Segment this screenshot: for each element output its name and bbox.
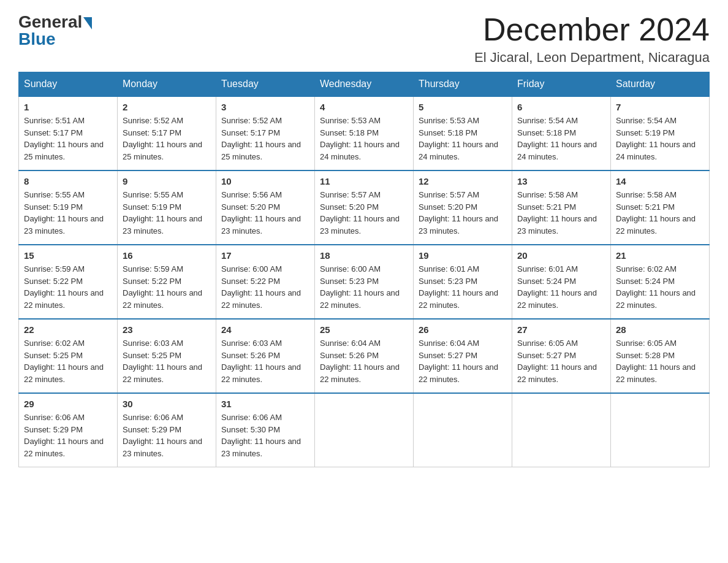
day-number: 2 [123,102,211,112]
calendar-header-saturday: Saturday [611,72,710,97]
day-info: Sunrise: 6:00 AMSunset: 5:23 PMDaylight:… [320,263,408,311]
day-info: Sunrise: 6:01 AMSunset: 5:24 PMDaylight:… [517,263,605,311]
day-number: 9 [123,176,211,186]
day-info: Sunrise: 5:53 AMSunset: 5:18 PMDaylight:… [320,115,408,163]
day-number: 27 [517,324,605,335]
calendar-cell: 7Sunrise: 5:54 AMSunset: 5:19 PMDaylight… [611,96,710,170]
day-number: 1 [24,102,112,112]
day-info: Sunrise: 6:05 AMSunset: 5:27 PMDaylight:… [517,337,605,385]
calendar-header-monday: Monday [118,72,216,97]
calendar-week-row: 22Sunrise: 6:02 AMSunset: 5:25 PMDayligh… [19,319,710,393]
day-info: Sunrise: 6:06 AMSunset: 5:30 PMDaylight:… [221,412,309,459]
day-number: 26 [419,324,507,335]
calendar-cell: 1Sunrise: 5:51 AMSunset: 5:17 PMDaylight… [19,96,118,170]
day-number: 6 [517,102,605,112]
logo: General Blue [18,12,93,49]
calendar-cell: 22Sunrise: 6:02 AMSunset: 5:25 PMDayligh… [19,319,118,393]
calendar-cell: 26Sunrise: 6:04 AMSunset: 5:27 PMDayligh… [414,319,512,393]
day-info: Sunrise: 6:02 AMSunset: 5:24 PMDaylight:… [616,263,704,311]
calendar-cell: 2Sunrise: 5:52 AMSunset: 5:17 PMDaylight… [118,96,216,170]
day-info: Sunrise: 5:52 AMSunset: 5:17 PMDaylight:… [123,115,211,163]
calendar-cell: 12Sunrise: 5:57 AMSunset: 5:20 PMDayligh… [414,170,512,245]
day-number: 4 [320,102,408,112]
calendar-cell: 23Sunrise: 6:03 AMSunset: 5:25 PMDayligh… [118,319,216,393]
calendar-week-row: 8Sunrise: 5:55 AMSunset: 5:19 PMDaylight… [19,170,710,245]
location-subtitle: El Jicaral, Leon Department, Nicaragua [474,50,710,66]
calendar-cell: 8Sunrise: 5:55 AMSunset: 5:19 PMDaylight… [19,170,118,245]
day-number: 12 [419,176,507,186]
day-info: Sunrise: 5:58 AMSunset: 5:21 PMDaylight:… [616,189,704,237]
day-info: Sunrise: 5:53 AMSunset: 5:18 PMDaylight:… [419,115,507,163]
day-info: Sunrise: 5:52 AMSunset: 5:17 PMDaylight:… [221,115,309,163]
day-info: Sunrise: 5:55 AMSunset: 5:19 PMDaylight:… [123,189,211,237]
calendar-cell: 18Sunrise: 6:00 AMSunset: 5:23 PMDayligh… [315,245,414,319]
day-number: 10 [221,176,309,186]
calendar-cell: 29Sunrise: 6:06 AMSunset: 5:29 PMDayligh… [19,393,118,467]
day-info: Sunrise: 6:01 AMSunset: 5:23 PMDaylight:… [419,263,507,311]
calendar-cell: 15Sunrise: 5:59 AMSunset: 5:22 PMDayligh… [19,245,118,319]
calendar-cell: 24Sunrise: 6:03 AMSunset: 5:26 PMDayligh… [216,319,315,393]
month-title: December 2024 [474,12,710,47]
day-number: 23 [123,324,211,335]
day-info: Sunrise: 6:00 AMSunset: 5:22 PMDaylight:… [221,263,309,311]
day-number: 17 [221,250,309,261]
day-number: 16 [123,250,211,261]
day-number: 31 [221,399,309,409]
calendar-header-tuesday: Tuesday [216,72,315,97]
day-info: Sunrise: 5:51 AMSunset: 5:17 PMDaylight:… [24,115,112,163]
day-info: Sunrise: 6:02 AMSunset: 5:25 PMDaylight:… [24,337,112,385]
calendar-cell: 9Sunrise: 5:55 AMSunset: 5:19 PMDaylight… [118,170,216,245]
calendar-cell: 5Sunrise: 5:53 AMSunset: 5:18 PMDaylight… [414,96,512,170]
day-number: 22 [24,324,112,335]
day-number: 15 [24,250,112,261]
day-info: Sunrise: 6:03 AMSunset: 5:26 PMDaylight:… [221,337,309,385]
page-header: General Blue December 2024 El Jicaral, L… [18,12,710,66]
calendar-header-friday: Friday [512,72,611,97]
day-info: Sunrise: 6:04 AMSunset: 5:27 PMDaylight:… [419,337,507,385]
calendar-cell: 11Sunrise: 5:57 AMSunset: 5:20 PMDayligh… [315,170,414,245]
day-info: Sunrise: 5:54 AMSunset: 5:18 PMDaylight:… [517,115,605,163]
calendar-cell: 28Sunrise: 6:05 AMSunset: 5:28 PMDayligh… [611,319,710,393]
day-info: Sunrise: 5:57 AMSunset: 5:20 PMDaylight:… [419,189,507,237]
header-right: December 2024 El Jicaral, Leon Departmen… [474,12,710,66]
calendar-cell: 19Sunrise: 6:01 AMSunset: 5:23 PMDayligh… [414,245,512,319]
calendar-cell: 13Sunrise: 5:58 AMSunset: 5:21 PMDayligh… [512,170,611,245]
day-number: 8 [24,176,112,186]
calendar-cell: 10Sunrise: 5:56 AMSunset: 5:20 PMDayligh… [216,170,315,245]
day-info: Sunrise: 6:05 AMSunset: 5:28 PMDaylight:… [616,337,704,385]
calendar-cell: 4Sunrise: 5:53 AMSunset: 5:18 PMDaylight… [315,96,414,170]
day-number: 5 [419,102,507,112]
calendar-cell [512,393,611,467]
day-info: Sunrise: 5:58 AMSunset: 5:21 PMDaylight:… [517,189,605,237]
calendar-cell: 6Sunrise: 5:54 AMSunset: 5:18 PMDaylight… [512,96,611,170]
calendar-week-row: 1Sunrise: 5:51 AMSunset: 5:17 PMDaylight… [19,96,710,170]
calendar-cell [315,393,414,467]
calendar-header-wednesday: Wednesday [315,72,414,97]
calendar-header-row: SundayMondayTuesdayWednesdayThursdayFrid… [19,72,710,97]
calendar-cell [611,393,710,467]
day-number: 29 [24,399,112,409]
day-number: 7 [616,102,704,112]
logo-blue-text: Blue [18,29,56,48]
day-number: 21 [616,250,704,261]
day-number: 19 [419,250,507,261]
day-info: Sunrise: 5:56 AMSunset: 5:20 PMDaylight:… [221,189,309,237]
day-number: 14 [616,176,704,186]
day-number: 24 [221,324,309,335]
day-info: Sunrise: 6:04 AMSunset: 5:26 PMDaylight:… [320,337,408,385]
day-info: Sunrise: 5:54 AMSunset: 5:19 PMDaylight:… [616,115,704,163]
day-info: Sunrise: 5:59 AMSunset: 5:22 PMDaylight:… [24,263,112,311]
calendar-cell: 14Sunrise: 5:58 AMSunset: 5:21 PMDayligh… [611,170,710,245]
calendar-cell: 21Sunrise: 6:02 AMSunset: 5:24 PMDayligh… [611,245,710,319]
day-number: 18 [320,250,408,261]
calendar-cell: 27Sunrise: 6:05 AMSunset: 5:27 PMDayligh… [512,319,611,393]
day-number: 11 [320,176,408,186]
day-info: Sunrise: 5:57 AMSunset: 5:20 PMDaylight:… [320,189,408,237]
calendar-cell [414,393,512,467]
calendar-header-thursday: Thursday [414,72,512,97]
calendar-table: SundayMondayTuesdayWednesdayThursdayFrid… [18,72,710,467]
day-number: 3 [221,102,309,112]
calendar-cell: 16Sunrise: 5:59 AMSunset: 5:22 PMDayligh… [118,245,216,319]
day-info: Sunrise: 5:55 AMSunset: 5:19 PMDaylight:… [24,189,112,237]
day-number: 25 [320,324,408,335]
